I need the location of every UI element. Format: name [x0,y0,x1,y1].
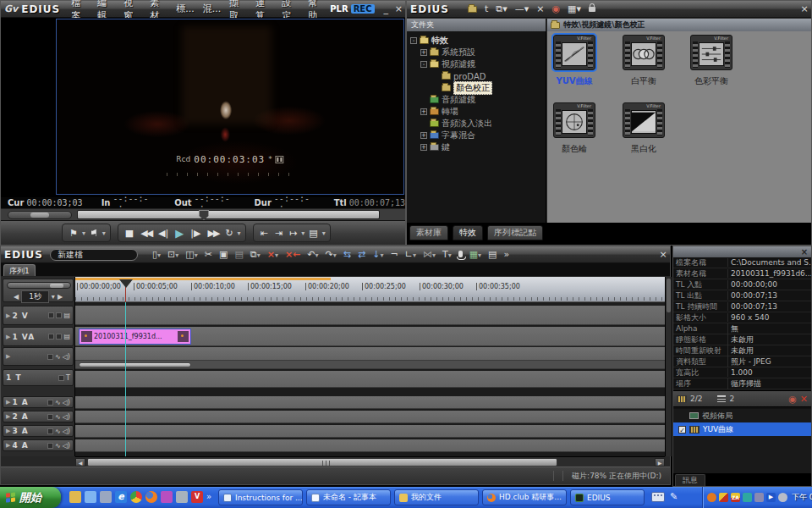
taskbar-window-hdclub[interactable]: HD.club 精研事... [482,489,567,505]
replace-icon[interactable]: ⧉▾ [248,249,263,260]
scroll-right-icon[interactable]: ▶ [655,458,665,467]
speaker-icon[interactable]: ◁) [63,442,70,450]
tree-item-system-presets[interactable]: + 系統預設 [407,47,546,58]
timeline-clip[interactable]: 20100311_f9931d... [79,329,191,345]
save-project-icon[interactable]: ◫▾ [183,249,200,260]
sync-mode-icon[interactable]: ⇄ [355,249,368,260]
view-grid-icon[interactable]: ▦▾ [568,3,581,14]
track-lane-1va-audio[interactable] [75,347,665,361]
delete-effect-icon[interactable]: ✕ [800,394,808,405]
thumbnail-mode-icon[interactable]: ▤ [63,312,70,319]
quick-launch-overflow-icon[interactable]: » [206,492,211,501]
thumbnail-mode-icon[interactable]: ▤ [63,333,70,340]
lock-icon[interactable] [48,312,54,318]
clear-marker-icon[interactable] [86,228,102,239]
speaker-icon[interactable]: ◁) [63,399,70,406]
marker-dropdown-icon[interactable] [81,229,86,237]
camera-icon[interactable] [176,491,188,503]
tree-item-effects-root[interactable]: - 特效 [407,35,546,47]
expand-icon[interactable]: ▶ [6,442,10,449]
horizontal-scrollbar[interactable]: ◀ ▶ [75,456,665,467]
swap-effect-icon[interactable]: ◉ [788,394,797,405]
tray-utility-icon[interactable] [743,493,752,502]
rewind-icon[interactable] [137,228,155,239]
clear-marker-dropdown-icon[interactable] [102,229,107,237]
tab-asset-library[interactable]: 素材庫 [409,225,448,240]
menu-mix[interactable]: 混... [199,3,226,15]
expand-icon[interactable]: ▶ [6,413,10,420]
lock-icon[interactable] [589,7,595,12]
lock-icon[interactable] [47,443,53,449]
expand-icon[interactable]: ▶ [6,312,10,319]
clip-in-handle[interactable] [81,331,92,342]
scroll-left-icon[interactable]: ◀ [75,458,85,467]
internet-explorer-icon[interactable]: e [115,491,127,503]
tree-item-prodad[interactable]: proDAD [407,70,546,82]
taskbar-window-notepad[interactable]: 未命名 - 記事本 [306,489,391,505]
expander-icon[interactable]: + [420,144,427,151]
visibility-icon[interactable] [56,312,62,318]
tray-messenger-icon[interactable] [707,493,716,502]
zoom-scale-value[interactable]: 1秒 [21,290,49,303]
speaker-icon[interactable]: ◁) [63,428,70,435]
clip-out-handle[interactable] [178,331,189,342]
track-header-1t[interactable]: 1 T T [3,369,74,386]
redo-icon[interactable]: ↷▾ [323,249,339,260]
lock-icon[interactable] [47,414,53,420]
display-mode-dropdown-icon[interactable] [321,229,326,237]
info-close-icon[interactable]: × [798,247,811,257]
folder-icon[interactable] [468,6,477,13]
copy-icon[interactable]: ▣ [217,249,230,260]
checkbox-checked-icon[interactable]: ✓ [678,426,686,433]
expand-icon[interactable]: ▶ [6,353,10,360]
title-track-icon[interactable]: T [66,374,70,382]
more-tools-icon[interactable]: » [502,249,513,260]
lock-icon[interactable] [58,375,64,381]
track-lane-1a[interactable] [75,396,665,409]
firefox-icon[interactable] [145,491,157,503]
track-lane-3a[interactable] [75,425,665,438]
track-lane-4a[interactable] [75,439,665,452]
seek-thumb[interactable] [199,210,209,220]
track-header-2v[interactable]: ▶ 2 V ▤ [3,306,74,325]
cut-icon[interactable]: ✂ [202,249,215,260]
add-cut-point-icon[interactable]: ↓▾ [370,249,386,260]
tree-item-transitions[interactable]: + 轉場 [407,106,546,118]
new-sequence-icon[interactable]: ▯▾ [150,249,163,260]
close-icon[interactable]: × [392,3,405,14]
set-marker-icon[interactable] [66,228,81,239]
track-header-1va-audio[interactable]: ▶ ∿◁) [3,347,74,366]
view-separator-icon[interactable]: —▾ [515,3,529,14]
plr-mode-button[interactable]: PLR [330,4,348,14]
tray-media-play-icon[interactable]: ▶ [766,493,776,502]
remove-cut-point-icon[interactable]: ¬ [387,249,400,260]
effect-white-balance[interactable]: V.Filter [623,35,665,70]
zoom-right-icon[interactable]: ▶ [58,293,63,301]
pen-input-icon[interactable]: ✎ [670,491,678,502]
tray-zonealarm-icon[interactable]: ZA [731,493,740,502]
rec-mode-button[interactable]: REC [351,4,375,14]
track-lane-1va-video[interactable]: 20100311_f9931d... [75,327,665,346]
quick-launch-media-icon[interactable]: V [191,491,203,503]
quick-launch-app-icon[interactable] [100,491,112,503]
timeline-ruler[interactable]: 00:00:00;00 00:00:05;00 00:00:10;00 00:0… [75,277,665,302]
display-mode-icon[interactable] [305,228,321,239]
track-lane-2v[interactable] [75,306,665,325]
track-header-1va[interactable]: ▶ 1 VA ▤ [3,327,74,346]
tab-effects[interactable]: 特效 [453,225,483,240]
tab-information[interactable]: 訊息 [675,474,705,486]
zoom-slider[interactable] [7,282,71,289]
vertical-scroll-thumb[interactable] [667,279,671,312]
effect-monochrome[interactable]: V.Filter [623,102,665,138]
effects-close-icon[interactable]: × [798,3,811,14]
stop-icon[interactable] [122,228,137,239]
track-lane-2a[interactable] [75,411,665,423]
track-header-3a[interactable]: ▶ 3 A ∿◁) [3,425,74,437]
tree-item-color-correction[interactable]: 顏色校正 [407,82,546,94]
shuttle-slider[interactable] [8,211,72,219]
transition-icon[interactable]: ⋈▾ [420,249,438,260]
expand-icon[interactable]: ▶ [6,334,10,340]
vertical-scrollbar[interactable] [665,277,672,456]
play-icon[interactable] [172,227,187,240]
open-project-icon[interactable]: ⊡▾ [165,249,181,260]
